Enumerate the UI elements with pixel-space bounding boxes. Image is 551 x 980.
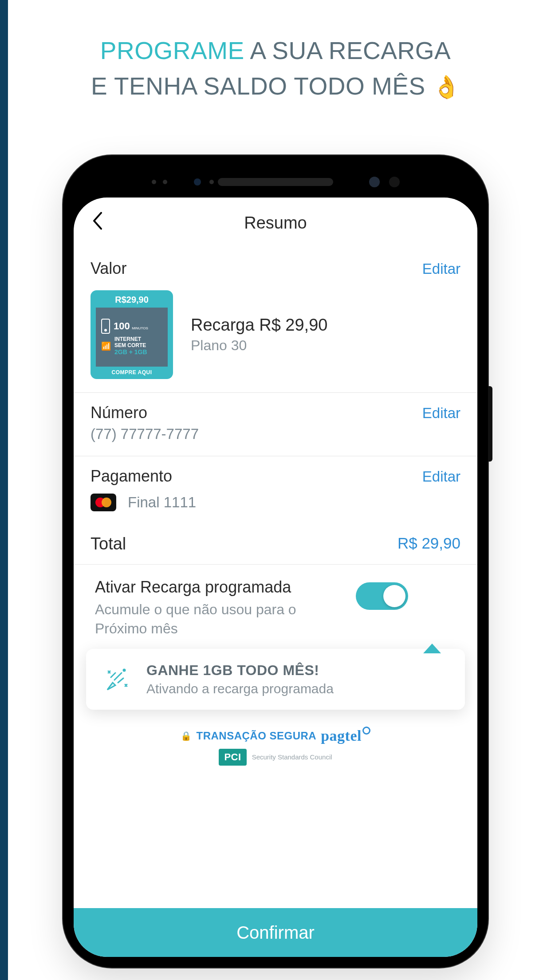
numero-label: Número xyxy=(91,403,147,422)
promo-line1-rest: A SUA RECARGA xyxy=(244,37,451,64)
plan-internet-line2: SEM CORTE xyxy=(114,343,147,348)
phone-icon xyxy=(101,319,110,334)
pci-badge: PCI xyxy=(219,749,246,766)
plan-card-price: R$29,90 xyxy=(115,295,149,305)
summary-content: Valor Editar R$29,90 100 MINUTOS xyxy=(74,249,477,908)
trust-badges: 🔒 TRANSAÇÃO SEGURA pagtel PCI Security S… xyxy=(74,727,477,766)
plan-card-thumbnail: R$29,90 100 MINUTOS 📶 xyxy=(91,290,173,379)
total-label: Total xyxy=(91,534,126,553)
promo-headline: PROGRAME A SUA RECARGA E TENHA SALDO TOD… xyxy=(0,33,551,104)
plan-internet-line1: INTERNET xyxy=(114,336,147,342)
left-decorative-stripe xyxy=(0,0,8,980)
recharge-subtitle: Plano 30 xyxy=(191,337,327,354)
mastercard-icon xyxy=(91,494,116,511)
numero-value: (77) 77777-7777 xyxy=(91,426,460,443)
plan-minutes-number: 100 xyxy=(114,320,130,332)
toggle-title: Ativar Recarga programada xyxy=(95,578,343,597)
tooltip-subtitle: Ativando a recarga programada xyxy=(146,681,334,696)
tooltip-title: GANHE 1GB TODO MÊS! xyxy=(146,662,334,679)
toggle-subtitle: Acumule o que não usou para o Próximo mê… xyxy=(95,600,343,638)
confirm-button[interactable]: Confirmar xyxy=(74,908,477,957)
section-valor: Valor Editar R$29,90 100 MINUTOS xyxy=(74,249,477,393)
valor-label: Valor xyxy=(91,259,126,278)
promo-line2: E TENHA SALDO TODO MÊS xyxy=(91,72,433,100)
pagtel-logo: pagtel xyxy=(321,727,370,744)
page-title: Resumo xyxy=(244,213,307,233)
scheduled-recharge-toggle[interactable] xyxy=(356,582,408,610)
phone-top-sensors xyxy=(63,169,488,195)
section-numero: Número Editar (77) 77777-7777 xyxy=(74,393,477,456)
pagtel-ring-icon xyxy=(362,727,370,735)
numero-edit-link[interactable]: Editar xyxy=(422,405,460,422)
party-popper-icon xyxy=(102,664,131,695)
recharge-title: Recarga R$ 29,90 xyxy=(191,316,327,335)
plan-card-footer: COMPRE AQUI xyxy=(111,369,152,379)
promo-tooltip: GANHE 1GB TODO MÊS! Ativando a recarga p… xyxy=(74,649,477,710)
back-button[interactable] xyxy=(87,206,108,240)
toggle-knob xyxy=(383,585,405,607)
total-value: R$ 29,90 xyxy=(398,534,460,553)
ok-hand-emoji-icon: 👌 xyxy=(433,75,460,99)
scheduled-recharge-block: Ativar Recarga programada Acumule o que … xyxy=(74,565,477,643)
pagamento-label: Pagamento xyxy=(91,467,172,486)
chevron-left-icon xyxy=(91,211,104,230)
promo-accent: PROGRAME xyxy=(100,37,244,64)
plan-minutes-unit: MINUTOS xyxy=(132,326,148,330)
phone-mockup-frame: Resumo Valor Editar R$29,90 xyxy=(63,155,488,968)
card-last-digits: Final 1111 xyxy=(128,494,196,511)
wifi-icon: 📶 xyxy=(101,341,111,351)
app-header: Resumo xyxy=(74,198,477,249)
tooltip-arrow-icon xyxy=(423,644,441,653)
lock-icon: 🔒 xyxy=(181,731,192,741)
secure-transaction-label: TRANSAÇÃO SEGURA xyxy=(197,730,317,742)
phone-side-button xyxy=(488,386,492,462)
plan-gb: 2GB + 1GB xyxy=(114,348,147,356)
section-pagamento: Pagamento Editar Final 1111 xyxy=(74,456,477,525)
pci-subtitle: Security Standards Council xyxy=(252,754,332,761)
svg-point-0 xyxy=(123,669,125,671)
valor-edit-link[interactable]: Editar xyxy=(422,261,460,277)
phone-screen: Resumo Valor Editar R$29,90 xyxy=(74,198,477,957)
pagamento-edit-link[interactable]: Editar xyxy=(422,468,460,485)
section-total: Total R$ 29,90 xyxy=(74,525,477,565)
